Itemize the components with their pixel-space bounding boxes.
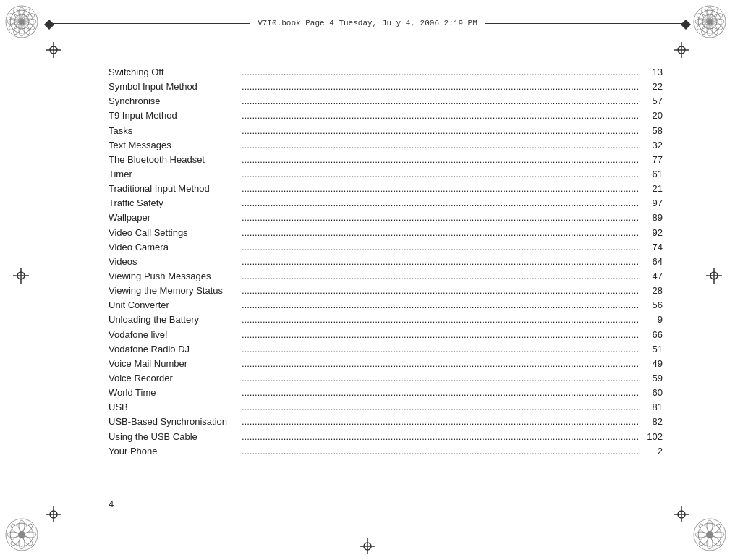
toc-label: The Bluetooth Headset <box>109 153 239 167</box>
toc-dots: ........................................… <box>242 269 638 284</box>
toc-label: Unit Converter <box>109 298 239 313</box>
toc-page: 9 <box>641 313 663 327</box>
toc-entry: Traffic Safety..........................… <box>109 196 663 211</box>
toc-page: 22 <box>641 80 663 94</box>
toc-label: Using the USB Cable <box>109 430 239 444</box>
header-line-left <box>47 23 250 24</box>
corner-rosette-bl <box>4 517 43 556</box>
toc-page: 66 <box>641 328 663 342</box>
toc-page: 74 <box>641 240 663 255</box>
crosshair-bl <box>46 506 61 522</box>
toc-entry: Viewing Push Messages...................… <box>109 269 663 284</box>
toc-label: Traditional Input Method <box>109 182 239 196</box>
svg-point-28 <box>695 19 707 25</box>
toc-dots: ........................................… <box>242 255 638 269</box>
toc-label: World Time <box>109 386 239 400</box>
toc-dots: ........................................… <box>242 167 638 182</box>
toc-page: 2 <box>641 444 663 459</box>
toc-page: 28 <box>641 284 663 298</box>
toc-entry: USB.....................................… <box>109 400 663 415</box>
toc-page: 57 <box>641 94 663 109</box>
toc-entry: Switching Off...........................… <box>109 65 663 80</box>
toc-label: Video Camera <box>109 240 239 255</box>
toc-dots: ........................................… <box>242 138 638 153</box>
toc-entry: Using the USB Cable.....................… <box>109 430 663 444</box>
toc-dots: ........................................… <box>242 211 638 225</box>
corner-rosette-tl <box>4 4 43 43</box>
toc-entry: Unloading the Battery...................… <box>109 313 663 327</box>
toc-page: 77 <box>641 153 663 167</box>
toc-page: 21 <box>641 182 663 196</box>
corner-rosette-tr <box>692 4 731 43</box>
toc-page: 47 <box>641 269 663 284</box>
crosshair-tr <box>674 42 689 58</box>
toc-page: 60 <box>641 386 663 400</box>
svg-point-25 <box>707 25 713 36</box>
crosshair-tl <box>46 42 61 58</box>
svg-point-3 <box>19 7 25 19</box>
toc-entry: Vodafone Radio DJ.......................… <box>109 342 663 357</box>
header-bar: V7I0.book Page 4 Tuesday, July 4, 2006 2… <box>47 16 688 30</box>
toc-page: 13 <box>641 65 663 80</box>
toc-entry: The Bluetooth Headset...................… <box>109 153 663 167</box>
toc-entry: Voice Recorder..........................… <box>109 371 663 386</box>
svg-point-6 <box>25 19 36 25</box>
toc-page: 58 <box>641 124 663 138</box>
svg-point-19 <box>707 7 713 19</box>
toc-entry: World Time..............................… <box>109 386 663 400</box>
toc-dots: ........................................… <box>242 94 638 109</box>
toc-dots: ........................................… <box>242 430 638 444</box>
svg-point-22 <box>713 19 724 25</box>
toc-entry: Tasks...................................… <box>109 124 663 138</box>
page-number: 4 <box>109 499 114 509</box>
toc-entry: Your Phone..............................… <box>109 444 663 459</box>
toc-dots: ........................................… <box>242 371 638 386</box>
toc-label: Traffic Safety <box>109 196 239 211</box>
toc-page: 49 <box>641 357 663 371</box>
toc-entry: Wallpaper...............................… <box>109 211 663 225</box>
toc-label: Viewing Push Messages <box>109 269 239 284</box>
toc-dots: ........................................… <box>242 342 638 357</box>
toc-dots: ........................................… <box>242 444 638 459</box>
toc-page: 61 <box>641 167 663 182</box>
toc-label: Switching Off <box>109 65 239 80</box>
toc-label: Voice Recorder <box>109 371 239 386</box>
toc-label: Videos <box>109 255 239 269</box>
toc-entry: Video Camera............................… <box>109 240 663 255</box>
toc-page: 92 <box>641 226 663 240</box>
svg-point-9 <box>19 25 25 36</box>
toc-label: Your Phone <box>109 444 239 459</box>
toc-label: Synchronise <box>109 94 239 109</box>
toc-page: 102 <box>641 430 663 444</box>
toc-entry: Synchronise.............................… <box>109 94 663 109</box>
toc-dots: ........................................… <box>242 226 638 240</box>
header-line-right <box>485 23 688 24</box>
toc-page: 32 <box>641 138 663 153</box>
toc-label: Timer <box>109 167 239 182</box>
toc-entry: Videos..................................… <box>109 255 663 269</box>
svg-point-53 <box>706 531 713 538</box>
toc-dots: ........................................… <box>242 313 638 327</box>
toc-page: 97 <box>641 196 663 211</box>
toc-label: Wallpaper <box>109 211 239 225</box>
toc-page: 89 <box>641 211 663 225</box>
toc-list: Switching Off...........................… <box>109 65 663 459</box>
toc-dots: ........................................… <box>242 284 638 298</box>
toc-page: 20 <box>641 109 663 123</box>
toc-label: Tasks <box>109 124 239 138</box>
header-text: V7I0.book Page 4 Tuesday, July 4, 2006 2… <box>250 19 485 27</box>
toc-dots: ........................................… <box>242 415 638 429</box>
toc-label: Vodafone live! <box>109 328 239 342</box>
toc-dots: ........................................… <box>242 65 638 80</box>
crosshair-ml <box>13 268 29 284</box>
crosshair-mr <box>706 268 722 284</box>
toc-dots: ........................................… <box>242 182 638 196</box>
toc-entry: Vodafone live!..........................… <box>109 328 663 342</box>
toc-label: T9 Input Method <box>109 109 239 123</box>
toc-dots: ........................................… <box>242 357 638 371</box>
toc-label: Unloading the Battery <box>109 313 239 327</box>
toc-dots: ........................................… <box>242 400 638 415</box>
toc-entry: Text Messages...........................… <box>109 138 663 153</box>
toc-dots: ........................................… <box>242 124 638 138</box>
toc-label: Symbol Input Method <box>109 80 239 94</box>
